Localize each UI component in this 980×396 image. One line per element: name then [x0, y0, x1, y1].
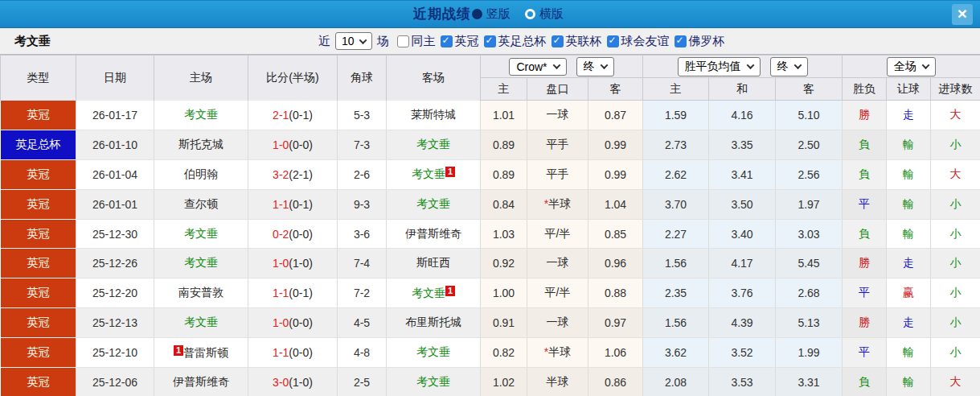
- league-checkbox[interactable]: [552, 35, 564, 47]
- close-button[interactable]: ×: [952, 4, 973, 25]
- league-badge: 英足总杯: [1, 130, 76, 159]
- radio-vertical-label[interactable]: 竖版: [486, 6, 511, 22]
- result-handicap-cell: 輸: [887, 130, 931, 159]
- result-goals-cell: 小: [931, 278, 980, 308]
- layout-radio-group: 竖版 横版: [471, 6, 567, 22]
- odds-time-value: 终: [584, 60, 595, 74]
- away-team-cell: 布里斯托城: [387, 308, 481, 338]
- odds-home-cell: 0.82: [481, 338, 527, 368]
- table-row: 英冠26-01-04伯明翰3-2(2-1)2-6考文垂10.89平手0.992.…: [1, 159, 980, 189]
- handicap-value: 一球: [547, 316, 569, 328]
- result-goals-cell: 大: [931, 159, 980, 189]
- league-checkbox[interactable]: [607, 35, 619, 47]
- col-header-away: 客场: [387, 56, 481, 101]
- half-time-score: (0-0): [289, 346, 313, 359]
- handicap-value: 平手: [547, 167, 569, 180]
- odds-away-cell: 0.97: [588, 308, 643, 338]
- sub-header-handicap: 盘口: [527, 78, 588, 101]
- home-team-cell: 考文垂: [154, 219, 248, 249]
- avg-away-cell: 1.97: [776, 189, 843, 219]
- league-badge: 英冠: [1, 101, 76, 130]
- same-home-label[interactable]: 同主: [412, 34, 436, 49]
- league-checkbox-label[interactable]: 英足总杯: [498, 34, 547, 49]
- avg-home-cell: 1.59: [643, 101, 709, 130]
- handicap-value: 半球: [548, 197, 571, 210]
- away-team-cell: 考文垂: [387, 338, 481, 368]
- result-wdl-cell: 平: [843, 278, 887, 308]
- half-time-score: (1-0): [289, 257, 313, 270]
- match-date: 25-12-13: [76, 308, 154, 338]
- red-card-badge: 1: [174, 345, 183, 356]
- table-row: 英冠26-01-01查尔顿1-1(0-1)9-3考文垂0.84*半球1.043.…: [1, 189, 980, 219]
- sub-header-wdl: 胜负: [843, 78, 887, 101]
- close-icon: ×: [957, 4, 967, 23]
- sub-header-let: 让球: [887, 78, 931, 101]
- odds-group-header: Crow* 终: [481, 56, 643, 78]
- same-home-checkbox[interactable]: [397, 35, 409, 47]
- handicap-cell: 一球: [527, 249, 588, 278]
- match-date: 25-12-10: [76, 338, 154, 368]
- odds-company-select[interactable]: Crow*: [509, 58, 566, 76]
- result-wdl-cell: 勝: [843, 308, 887, 338]
- home-team: 斯托克城: [178, 138, 223, 151]
- radio-vertical[interactable]: [472, 9, 482, 19]
- filters: 近 10 场 同主 英冠英足总杯英联杯球会友谊佛罗杯: [318, 32, 725, 50]
- match-count-select[interactable]: 10: [335, 32, 372, 50]
- avg-type-select[interactable]: 胜平负均值: [678, 57, 761, 76]
- result-wdl-cell: 平: [843, 338, 887, 368]
- league-checkbox-label[interactable]: 英联杯: [566, 34, 602, 49]
- home-team-cell: 考文垂: [154, 101, 248, 130]
- odds-home-cell: 0.84: [481, 189, 527, 219]
- avg-group-header: 胜平负均值 终: [643, 56, 843, 78]
- home-team: 考文垂: [184, 227, 218, 240]
- radio-horizontal-label[interactable]: 横版: [539, 6, 564, 22]
- full-time-score: 1-1: [273, 287, 289, 299]
- handicap-value: 半球: [547, 375, 569, 388]
- league-checkbox-label[interactable]: 球会友谊: [621, 34, 670, 49]
- handicap-value: 平手: [547, 138, 569, 151]
- corners-cell: 9-3: [338, 189, 387, 219]
- away-team: 考文垂: [416, 345, 450, 358]
- full-time-score: 2-1: [273, 109, 289, 122]
- result-handicap-cell: 走: [887, 249, 931, 278]
- handicap-value: 平/半: [545, 286, 571, 299]
- avg-away-cell: 5.45: [776, 249, 843, 278]
- avg-away-cell: 2.50: [776, 130, 843, 159]
- full-time-score: 3-2: [273, 168, 289, 181]
- home-team: 考文垂: [184, 256, 218, 269]
- league-checkbox[interactable]: [441, 35, 453, 47]
- away-team: 考文垂: [416, 138, 450, 151]
- result-wdl-cell: 負: [843, 219, 887, 249]
- half-time-score: (0-0): [289, 228, 313, 241]
- table-row: 英冠25-12-30考文垂0-2(0-0)3-6伊普斯维奇1.03平/半0.85…: [1, 219, 980, 249]
- result-goals-cell: 大: [931, 368, 980, 396]
- avg-type-value: 胜平负均值: [685, 60, 741, 74]
- handicap-value: 一球: [547, 256, 569, 269]
- scope-select[interactable]: 全场: [887, 57, 936, 76]
- corners-cell: 2-5: [338, 368, 387, 396]
- league-checkbox-label[interactable]: 英冠: [455, 34, 479, 49]
- away-team: 布里斯托城: [405, 316, 461, 328]
- away-team-cell: 考文垂: [387, 189, 481, 219]
- red-card-badge: 1: [445, 167, 455, 177]
- half-time-score: (0-0): [289, 316, 313, 329]
- handicap-value: 半球: [548, 345, 571, 358]
- radio-horizontal[interactable]: [525, 9, 535, 19]
- league-badge: 英冠: [1, 368, 76, 396]
- handicap-value: 一球: [547, 108, 569, 121]
- league-checkbox[interactable]: [484, 35, 496, 47]
- match-date: 26-01-01: [76, 189, 154, 219]
- result-handicap-cell: 走: [887, 101, 931, 130]
- home-team: 南安普敦: [178, 286, 223, 299]
- league-checkbox-label[interactable]: 佛罗杯: [689, 34, 725, 49]
- odds-time-select[interactable]: 终: [576, 57, 614, 76]
- avg-away-cell: 5.13: [776, 308, 843, 338]
- half-time-score: (0-1): [289, 287, 313, 299]
- league-checkbox[interactable]: [675, 35, 687, 47]
- scope-group-header: 全场: [843, 56, 980, 78]
- avg-time-select[interactable]: 终: [770, 57, 808, 76]
- result-wdl-cell: 負: [843, 130, 887, 159]
- handicap-cell: 一球: [527, 101, 588, 130]
- avg-draw-cell: 3.35: [709, 130, 776, 159]
- away-team: 考文垂: [416, 197, 450, 210]
